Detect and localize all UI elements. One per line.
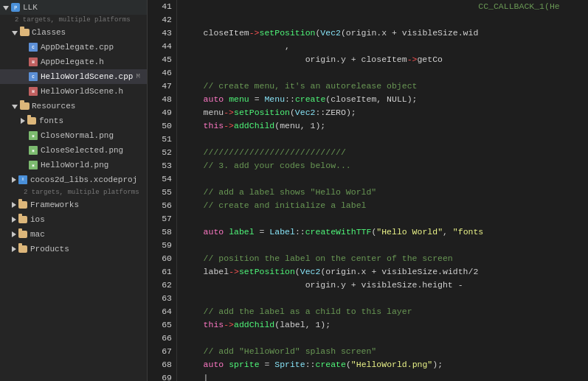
folder-icon (19, 27, 30, 38)
xcodeproj-icon: X (18, 175, 28, 185)
project-icon: P (10, 2, 21, 13)
line-num: 53 (148, 159, 172, 172)
expand-icon (12, 31, 18, 35)
file-label: cocos2d_libs.xcodeproj (30, 175, 137, 184)
tree-folder-fonts[interactable]: fonts (0, 113, 147, 128)
code-line-66 (183, 332, 588, 345)
line-num: 51 (148, 133, 172, 146)
folder-label: fonts (39, 116, 63, 125)
code-line-42 (183, 13, 588, 27)
line-num: 43 (148, 27, 172, 40)
code-line-64: // add the label as a child to this laye… (183, 305, 588, 318)
folder-icon (18, 244, 28, 254)
line-num: 65 (148, 318, 172, 332)
h-icon: H (28, 57, 38, 67)
tree-file-helloworldsceneh[interactable]: H HelloWorldScene.h (0, 84, 147, 99)
line-num: 45 (148, 53, 172, 66)
tree-file-cocos2dlibs[interactable]: X cocos2d_libs.xcodeproj (0, 172, 147, 187)
file-label: AppDelegate.h (41, 57, 104, 66)
h-icon: H (28, 86, 38, 97)
line-num: 49 (148, 106, 172, 119)
line-num: 52 (148, 146, 172, 159)
expand-icon (12, 202, 16, 208)
file-label: HelloWorld.png (41, 161, 108, 169)
tree-folder-resources[interactable]: Resources (0, 99, 147, 113)
line-num: 64 (148, 305, 172, 318)
code-line-50: this->addChild(menu, 1); (183, 119, 588, 133)
file-tree: P LLK 2 targets, multiple platforms Clas… (0, 0, 148, 381)
code-line-68: auto sprite = Sprite::create("HelloWorld… (183, 358, 588, 371)
code-line-48: auto menu = Menu::create(closeItem, NULL… (183, 93, 588, 106)
cpp-icon: C (28, 42, 38, 52)
line-num: 46 (148, 66, 172, 80)
folder-icon (18, 214, 28, 225)
line-num: 62 (148, 279, 172, 292)
code-line-44: , (183, 40, 588, 53)
png-icon: ▣ (28, 160, 38, 170)
code-line-41: CC_CALLBACK_1(He (183, 0, 588, 13)
file-label: HelloWorldScene.cpp (41, 72, 133, 81)
code-line-60: // position the label on the center of t… (183, 252, 588, 265)
line-num: 63 (148, 292, 172, 305)
expand-icon (12, 217, 16, 223)
line-num: 60 (148, 252, 172, 265)
root-subtitle: 2 targets, multiple platforms (0, 15, 147, 25)
tree-file-appdelegateh[interactable]: H AppDelegate.h (0, 55, 147, 69)
code-line-61: label->setPosition(Vec2(origin.x + visib… (183, 265, 588, 279)
tree-file-helloworldpng[interactable]: ▣ HelloWorld.png (0, 158, 147, 172)
code-line-69: | (183, 371, 588, 381)
file-label: HelloWorldScene.h (41, 87, 123, 96)
code-line-51 (183, 133, 588, 146)
line-num: 58 (148, 226, 172, 239)
code-line-58: auto label = Label::createWithTTF("Hello… (183, 226, 588, 239)
code-line-46 (183, 66, 588, 80)
tree-folder-products[interactable]: Products (0, 242, 147, 256)
line-num: 56 (148, 199, 172, 212)
line-num: 55 (148, 186, 172, 199)
tree-file-closenormal[interactable]: ▣ CloseNormal.png (0, 128, 147, 143)
svg-text:P: P (14, 5, 17, 11)
line-numbers: 41 42 43 44 45 46 47 48 49 50 51 52 53 5… (148, 0, 177, 381)
code-line-65: this->addChild(label, 1); (183, 318, 588, 332)
code-line-47: // create menu, it's an autorelease obje… (183, 80, 588, 93)
folder-label: Classes (32, 28, 66, 37)
tree-folder-frameworks[interactable]: Frameworks (0, 198, 147, 212)
tree-folder-classes[interactable]: Classes (0, 25, 147, 40)
line-num: 50 (148, 119, 172, 133)
tree-file-closeselected[interactable]: ▣ CloseSelected.png (0, 143, 147, 158)
tree-file-appdelegatecpp[interactable]: C AppDelegate.cpp (0, 40, 147, 55)
tree-folder-ios[interactable]: ios (0, 212, 147, 227)
tree-folder-mac[interactable]: mac (0, 227, 147, 242)
folder-icon (18, 229, 28, 240)
code-line-49: menu->setPosition(Vec2::ZERO); (183, 106, 588, 119)
code-line-53: // 3. add your codes below... (183, 159, 588, 172)
line-num: 41 (148, 0, 172, 13)
code-line-43: closeItem->setPosition(Vec2(origin.x + v… (183, 27, 588, 40)
code-line-57 (183, 212, 588, 226)
folder-label: mac (30, 230, 45, 239)
line-num: 61 (148, 265, 172, 279)
root-label: LLK (23, 3, 38, 12)
code-content[interactable]: CC_CALLBACK_1(He closeItem->setPosition(… (177, 0, 588, 381)
file-label: CloseNormal.png (41, 131, 114, 140)
tree-root-llk[interactable]: P LLK (0, 0, 147, 15)
tree-file-helloworldscenecpp[interactable]: C HelloWorldScene.cpp M (0, 69, 147, 84)
cocos2d-subtitle-row: 2 targets, multiple platforms (0, 187, 147, 198)
line-num: 47 (148, 80, 172, 93)
code-line-59 (183, 239, 588, 252)
line-num: 57 (148, 212, 172, 226)
code-line-67: // add "HelloWorld" splash screen" (183, 345, 588, 358)
expand-icon (12, 105, 18, 109)
cpp-icon: C (28, 71, 38, 82)
editor-area: 41 42 43 44 45 46 47 48 49 50 51 52 53 5… (148, 0, 588, 381)
code-line-63 (183, 292, 588, 305)
folder-icon (27, 116, 37, 126)
folder-label: ios (30, 215, 45, 224)
code-line-45: origin.y + closeItem->getCo (183, 53, 588, 66)
line-num: 59 (148, 239, 172, 252)
line-num: 68 (148, 358, 172, 371)
folder-label: Frameworks (30, 200, 79, 209)
code-line-54 (183, 172, 588, 186)
cocos2d-subtitle: 2 targets, multiple platforms (21, 189, 139, 196)
expand-icon (12, 177, 16, 183)
